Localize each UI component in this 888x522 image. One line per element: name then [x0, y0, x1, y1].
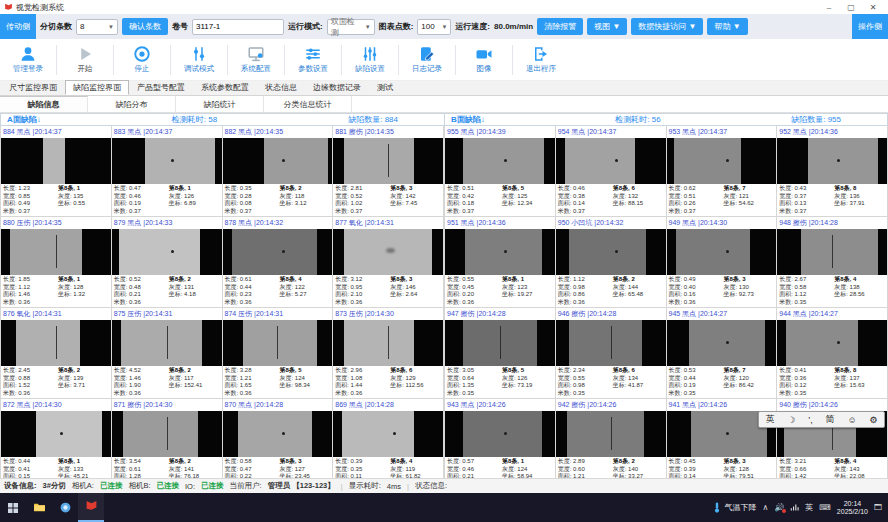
defect-thumbnail[interactable]	[223, 138, 333, 184]
defect-cell-944[interactable]: 944 黑点 |20:14:27长度: 0.41宽度: 0.36面积: 0.12…	[777, 308, 888, 399]
touch-keyboard-icon[interactable]: ⌨	[819, 503, 831, 512]
defect-cell-870[interactable]: 870 黑点 |20:14:28长度: 0.58宽度: 0.47面积: 0.22…	[223, 399, 334, 478]
defect-thumbnail[interactable]	[445, 229, 555, 275]
tool-button-camera[interactable]: 图像	[456, 45, 512, 74]
defect-cell-954[interactable]: 954 黑点 |20:14:37长度: 0.46宽度: 0.38面积: 0.14…	[556, 126, 667, 217]
defect-cell-943[interactable]: 943 黑点 |20:14:26长度: 0.57宽度: 0.46面积: 0.21…	[445, 399, 556, 478]
tab-测试[interactable]: 测试	[369, 80, 401, 95]
defect-thumbnail[interactable]	[445, 138, 555, 184]
defect-cell-878[interactable]: 878 黑点 |20:14:32长度: 0.61宽度: 0.44面积: 0.23…	[223, 217, 334, 308]
defect-thumbnail[interactable]	[667, 138, 777, 184]
help-menu-button[interactable]: 帮助 ▼	[707, 18, 747, 35]
defect-thumbnail[interactable]	[556, 411, 666, 457]
tool-button-play[interactable]: 开始	[57, 45, 113, 74]
defect-thumbnail[interactable]	[223, 411, 333, 457]
ime-emoji-icon[interactable]: ☺	[847, 415, 856, 425]
defect-thumbnail[interactable]	[777, 229, 887, 275]
tool-button-stop[interactable]: 停止	[114, 45, 170, 74]
defect-cell-869[interactable]: 869 黑点 |20:14:28长度: 0.39宽度: 0.35面积: 0.11…	[333, 399, 444, 478]
slit-count-select[interactable]: 8▼	[76, 19, 118, 35]
ime-simplified-mode[interactable]: 简	[826, 413, 835, 426]
defect-cell-882[interactable]: 882 黑点 |20:14:35长度: 0.35宽度: 0.28面积: 0.08…	[223, 126, 334, 217]
panel-b-title[interactable]: B面缺陷↓	[451, 114, 485, 125]
defect-cell-953[interactable]: 953 黑点 |20:14:37长度: 0.62宽度: 0.51面积: 0.26…	[667, 126, 778, 217]
tool-button-log[interactable]: 日志记录	[399, 45, 455, 74]
tab-边缘数据记录[interactable]: 边缘数据记录	[305, 80, 369, 95]
inspection-app-icon[interactable]	[78, 493, 104, 522]
defect-thumbnail[interactable]	[333, 229, 443, 275]
defect-thumbnail[interactable]	[556, 229, 666, 275]
network-icon[interactable]	[790, 503, 799, 512]
tab-尺寸监控界面[interactable]: 尺寸监控界面	[1, 80, 65, 95]
defect-cell-948[interactable]: 948 擦伤 |20:14:28长度: 2.67宽度: 0.58面积: 1.12…	[777, 217, 888, 308]
defect-thumbnail[interactable]	[445, 320, 555, 366]
ime-halfwidth-icon[interactable]: ☽	[787, 415, 795, 425]
defect-thumbnail[interactable]	[333, 411, 443, 457]
defect-thumbnail[interactable]	[1, 229, 111, 275]
tab-系统参数配置[interactable]: 系统参数配置	[193, 80, 257, 95]
ime-settings-gear-icon[interactable]: ⚙	[869, 415, 877, 425]
defect-thumbnail[interactable]	[445, 411, 555, 457]
input-language-indicator[interactable]: 英	[805, 502, 813, 513]
defect-thumbnail[interactable]	[112, 138, 222, 184]
clock[interactable]: 20:142025/2/10	[837, 500, 868, 516]
panel-a-title[interactable]: A面缺陷↓	[7, 114, 41, 125]
defect-thumbnail[interactable]	[112, 320, 222, 366]
tab-缺陷监控界面[interactable]: 缺陷监控界面	[65, 80, 129, 95]
defect-cell-871[interactable]: 871 擦伤 |20:14:30长度: 3.54宽度: 0.61面积: 1.28…	[112, 399, 223, 478]
defect-thumbnail[interactable]	[223, 320, 333, 366]
defect-cell-874[interactable]: 874 压伤 |20:14:31长度: 3.28宽度: 1.21面积: 1.65…	[223, 308, 334, 399]
close-button[interactable]: ✕	[862, 3, 884, 12]
tool-button-exit[interactable]: 退出程序	[513, 45, 569, 74]
clear-alarm-button[interactable]: 清除报警	[537, 18, 583, 35]
defect-cell-873[interactable]: 873 压伤 |20:14:30长度: 2.96宽度: 1.08面积: 1.44…	[333, 308, 444, 399]
defect-cell-942[interactable]: 942 擦伤 |20:14:26长度: 2.89宽度: 0.60面积: 1.21…	[556, 399, 667, 478]
defect-thumbnail[interactable]	[1, 320, 111, 366]
ime-punctuation-icon[interactable]: ’,	[808, 415, 813, 425]
defect-cell-881[interactable]: 881 擦伤 |20:14:35长度: 2.81宽度: 0.52面积: 1.02…	[333, 126, 444, 217]
subtab-缺陷统计[interactable]: 缺陷统计	[176, 96, 264, 112]
defect-thumbnail[interactable]	[1, 411, 111, 457]
defect-cell-875[interactable]: 875 压伤 |20:14:31长度: 4.52宽度: 1.46面积: 1.90…	[112, 308, 223, 399]
defect-cell-877[interactable]: 877 氧化 |20:14:31长度: 3.12宽度: 0.95面积: 2.10…	[333, 217, 444, 308]
roll-number-input[interactable]	[192, 19, 284, 35]
minimize-button[interactable]: –	[818, 3, 840, 12]
defect-cell-951[interactable]: 951 黑点 |20:14:36长度: 0.55宽度: 0.45面积: 0.20…	[445, 217, 556, 308]
notification-center-icon[interactable]: 🗔	[874, 503, 882, 512]
defect-cell-949[interactable]: 949 黑点 |20:14:30长度: 0.49宽度: 0.40面积: 0.16…	[667, 217, 778, 308]
defect-cell-947[interactable]: 947 擦伤 |20:14:28长度: 3.05宽度: 0.64面积: 1.35…	[445, 308, 556, 399]
defect-cell-946[interactable]: 946 擦伤 |20:14:28长度: 2.34宽度: 0.55面积: 0.98…	[556, 308, 667, 399]
drive-side-button[interactable]: 传动侧	[0, 14, 36, 39]
tool-button-defect-settings[interactable]: 缺陷设置	[342, 45, 398, 74]
run-mode-select[interactable]: 双面检测▼	[327, 19, 375, 35]
tool-button-params-sliders[interactable]: 参数设置	[285, 45, 341, 74]
defect-cell-880[interactable]: 880 压伤 |20:14:35长度: 1.85宽度: 1.12面积: 1.46…	[1, 217, 112, 308]
subtab-缺陷信息[interactable]: 缺陷信息	[0, 96, 88, 112]
defect-cell-955[interactable]: 955 黑点 |20:14:39长度: 0.51宽度: 0.42面积: 0.18…	[445, 126, 556, 217]
weather-widget[interactable]: 气温下降	[713, 502, 756, 513]
defect-thumbnail[interactable]	[777, 320, 887, 366]
defect-thumbnail[interactable]	[556, 320, 666, 366]
defect-cell-876[interactable]: 876 氧化 |20:14:31长度: 2.45宽度: 0.88面积: 1.52…	[1, 308, 112, 399]
subtab-缺陷分布[interactable]: 缺陷分布	[88, 96, 176, 112]
file-explorer-icon[interactable]	[26, 493, 52, 522]
defect-cell-872[interactable]: 872 黑点 |20:14:30长度: 0.44宽度: 0.41面积: 0.15…	[1, 399, 112, 478]
chart-points-select[interactable]: 100▼	[417, 19, 451, 35]
defect-thumbnail[interactable]	[667, 320, 777, 366]
defect-cell-879[interactable]: 879 黑点 |20:14:33长度: 0.52宽度: 0.48面积: 0.21…	[112, 217, 223, 308]
ime-english-mode[interactable]: 英	[765, 413, 774, 426]
tool-button-debug-sliders[interactable]: 调试模式	[171, 45, 227, 74]
subtab-分类信息统计[interactable]: 分类信息统计	[264, 96, 352, 112]
volume-icon[interactable]: 🔊	[774, 503, 784, 512]
defect-thumbnail[interactable]	[777, 138, 887, 184]
operate-side-button[interactable]: 操作侧	[852, 14, 888, 39]
defect-thumbnail[interactable]	[667, 229, 777, 275]
defect-thumbnail[interactable]	[556, 138, 666, 184]
defect-thumbnail[interactable]	[112, 411, 222, 457]
confirm-count-button[interactable]: 确认条数	[122, 18, 168, 35]
defect-cell-945[interactable]: 945 黑点 |20:14:27长度: 0.53宽度: 0.44面积: 0.19…	[667, 308, 778, 399]
tab-产品型号配置[interactable]: 产品型号配置	[129, 80, 193, 95]
tray-expand-chevron[interactable]: ∧	[762, 503, 768, 512]
defect-cell-950[interactable]: 950 小凹坑 |20:14:32长度: 1.12宽度: 0.98面积: 0.8…	[556, 217, 667, 308]
start-button[interactable]	[0, 493, 26, 522]
